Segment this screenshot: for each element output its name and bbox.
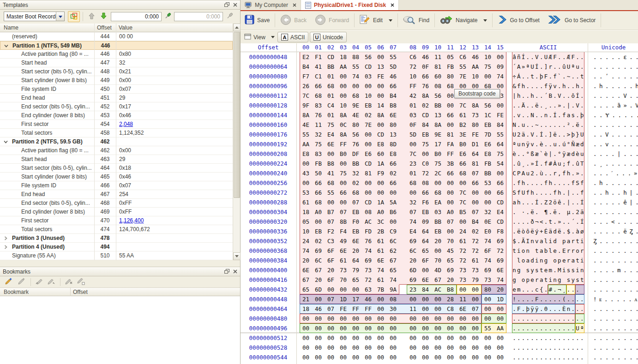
hex-row-bytes[interactable]: 656D000000637B9A2384ACB800008020 [300, 285, 506, 294]
ascii-char[interactable]: | [548, 149, 553, 159]
ascii-char[interactable]: . [571, 81, 575, 91]
ascii-char[interactable]: Í [535, 159, 539, 168]
ascii-char[interactable]: $ [512, 236, 517, 246]
ascii-char[interactable]: u [517, 139, 521, 149]
hex-byte-bootstrap-code[interactable]: 00 [469, 188, 482, 197]
hex-byte-bootstrap-code[interactable]: 07 [337, 207, 349, 217]
hex-byte-bootstrap-code[interactable]: F8 [494, 227, 506, 236]
hex-byte-bootstrap-code[interactable]: 00 [374, 91, 387, 101]
hex-row-bytes[interactable]: 4E11750C807E00800F848A00B280EB84 [300, 120, 506, 130]
ascii-char[interactable]: þ [525, 304, 530, 314]
hex-row-unicode[interactable]: ........ [590, 256, 637, 265]
hex-byte-bootstrap-code[interactable]: 14 [374, 101, 387, 110]
ascii-char[interactable]: U [575, 323, 580, 333]
scroll-down-icon[interactable] [233, 252, 241, 260]
ascii-char[interactable]: . [517, 217, 521, 227]
ascii-char[interactable]: ë [535, 101, 539, 110]
hex-byte-bootstrap-code[interactable]: C6 [457, 52, 469, 62]
hex-byte-bootstrap-code[interactable]: EA [432, 197, 444, 207]
hex-byte[interactable]: 00 [494, 343, 506, 352]
hex-row-unicode[interactable]: ........ [590, 207, 637, 217]
ascii-char[interactable]: . [566, 314, 571, 323]
ascii-char[interactable]: 2 [548, 197, 553, 207]
hex-byte-partition-2[interactable]: 00 [419, 304, 432, 314]
ascii-char[interactable]: . [521, 149, 526, 159]
hex-byte-bootstrap-code[interactable]: 9F [300, 101, 312, 110]
hex-byte-bootstrap-code[interactable]: 56 [482, 101, 494, 110]
hex-byte[interactable]: 00 [387, 333, 399, 343]
hex-byte-bootstrap-code[interactable]: 74 [482, 256, 494, 265]
hex-byte-signature-55aa[interactable]: AA [494, 323, 506, 333]
ascii-char[interactable]: h [557, 188, 562, 197]
hex-byte-bootstrap-code[interactable]: CD [362, 62, 374, 72]
hex-byte-bootstrap-code[interactable]: E6 [457, 149, 469, 159]
ascii-char[interactable]: I [525, 236, 530, 246]
hex-row-bytes[interactable]: 2402C3496E76616C6964207061727469 [300, 236, 506, 246]
ascii-char[interactable] [517, 207, 521, 217]
hex-byte-bootstrap-code[interactable]: 66 [312, 188, 325, 197]
ascii-char[interactable]: . [530, 81, 535, 91]
ascii-char[interactable]: . [521, 91, 526, 101]
ascii-char[interactable]: È [562, 304, 566, 314]
hex-byte-bootstrap-code[interactable]: 00 [300, 178, 312, 188]
hex-row-ascii[interactable]: U2ä.V.Í.]ë..>þ}U [512, 130, 584, 139]
hex-byte-bootstrap-code[interactable]: F1 [312, 52, 325, 62]
ascii-char[interactable]: V [535, 52, 539, 62]
hex-byte[interactable]: 00 [444, 333, 457, 343]
ascii-char[interactable]: ª [571, 62, 575, 72]
hex-row-unicode[interactable]: .¸...... [590, 159, 637, 168]
ascii-char[interactable]: ë [530, 227, 535, 236]
hex-byte-bootstrap-code[interactable]: EB [312, 227, 325, 236]
ascii-char[interactable]: . [525, 91, 530, 101]
ascii-char[interactable]: a [566, 236, 571, 246]
ascii-char[interactable]: r [571, 236, 575, 246]
hex-row-bytes[interactable]: 00000000000000000000000000000000 [300, 352, 506, 362]
ascii-char[interactable]: . [571, 304, 575, 314]
ascii-char[interactable]: . [530, 352, 535, 362]
hex-byte-bootstrap-code[interactable]: 00 [337, 159, 349, 168]
ascii-char[interactable]: . [548, 294, 553, 304]
hex-byte-bootstrap-code[interactable]: B0 [432, 149, 444, 159]
ascii-char[interactable]: | [512, 91, 517, 101]
goto-sector-button[interactable]: Go to Sector [544, 11, 600, 30]
ascii-char[interactable]: . [539, 159, 544, 168]
hex-byte-partition-4[interactable]: 00 [300, 323, 312, 333]
ascii-char[interactable]: . [580, 91, 584, 101]
template-table-header[interactable]: Name Offset Value [0, 24, 240, 32]
hex-byte-bootstrap-code[interactable]: 01 [325, 72, 337, 81]
hex-byte-bootstrap-code[interactable]: 63 [362, 285, 374, 294]
ascii-char[interactable]: N [512, 120, 517, 130]
hex-byte-bootstrap-code[interactable]: BB [432, 101, 444, 110]
hex-byte-bootstrap-code[interactable]: E6 [482, 139, 494, 149]
hex-byte-bootstrap-code[interactable]: C4 [325, 101, 337, 110]
hex-byte-bootstrap-code[interactable]: 68 [325, 178, 337, 188]
hex-byte-bootstrap-code[interactable]: 01 [325, 110, 337, 120]
ascii-char[interactable]: . [539, 188, 544, 197]
hex-byte-bootstrap-code[interactable]: 00 [494, 52, 506, 62]
hex-byte-bootstrap-code[interactable]: 01 [325, 91, 337, 101]
hex-byte-bootstrap-code[interactable]: 6F [482, 246, 494, 256]
ascii-char[interactable]: . [517, 314, 521, 323]
hex-byte-bootstrap-code[interactable]: 75 [482, 62, 494, 72]
ascii-char[interactable]: . [512, 101, 517, 110]
tab-close-icon[interactable] [293, 3, 296, 7]
hex-grid[interactable]: 00000000048E2F1CD1888560055C6461105C6461… [241, 52, 638, 362]
hex-byte-bootstrap-code[interactable]: 00 [444, 101, 457, 110]
hex-byte-bootstrap-code[interactable]: 76 [312, 110, 325, 120]
hex-byte[interactable]: 00 [494, 333, 506, 343]
hex-byte[interactable]: 00 [374, 333, 387, 343]
hex-byte-partition-1[interactable]: 00 [432, 294, 444, 304]
ascii-char[interactable]: l [517, 256, 521, 265]
ascii-char[interactable]: s [571, 265, 575, 275]
hex-byte-bootstrap-code[interactable]: 01 [407, 168, 419, 178]
hex-byte-bootstrap-code[interactable]: E4 [407, 227, 419, 236]
hex-byte-bootstrap-code[interactable]: AA [300, 139, 312, 149]
hex-byte-partition-2[interactable]: FF [349, 304, 362, 314]
hex-byte-bootstrap-code[interactable]: 74 [362, 246, 374, 256]
hex-byte-bootstrap-code[interactable]: 73 [362, 265, 374, 275]
hex-byte-bootstrap-code[interactable]: FF [407, 81, 419, 91]
ascii-char[interactable]: . [562, 91, 566, 101]
hex-byte-bootstrap-code[interactable]: F0 [349, 217, 362, 227]
hex-byte-partition-2[interactable]: 18 [300, 304, 312, 314]
template-row[interactable]: End head45129 [0, 94, 233, 102]
